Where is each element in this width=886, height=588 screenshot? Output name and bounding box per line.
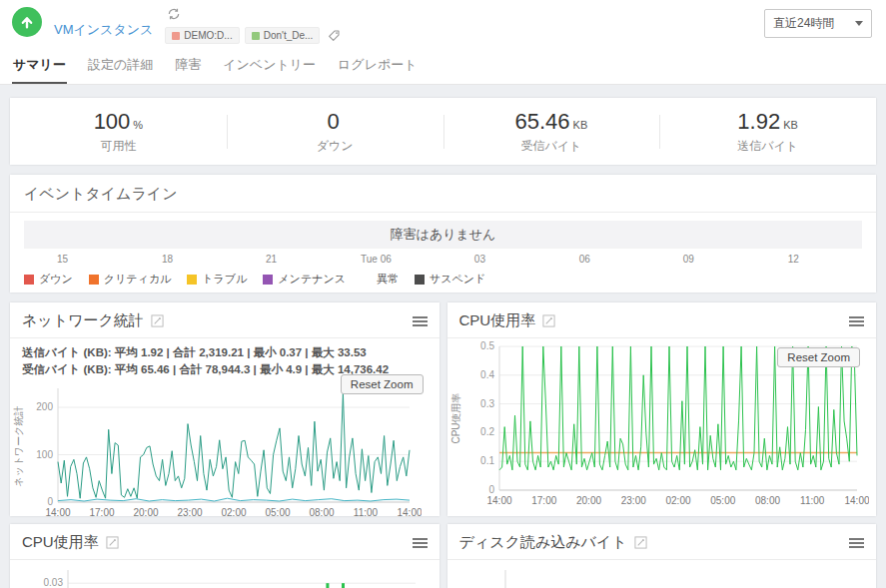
timeline-legend: ダウン クリティカル トラブル メンテナンス 異常 サスペンド	[24, 272, 862, 287]
reset-zoom-button[interactable]: Reset Zoom	[777, 347, 860, 367]
cpu-usage-card-bottom: CPU使用率 CPU使用率 0.030.020.010	[10, 524, 440, 588]
svg-text:11:00: 11:00	[354, 507, 379, 517]
legend-swatch	[187, 275, 197, 285]
tag-icon[interactable]	[328, 29, 341, 42]
stat-value: 0	[328, 109, 340, 134]
page-header: VMインスタンス DEMO:D... Don't_De...	[0, 0, 886, 85]
stat-unit: %	[133, 119, 143, 131]
svg-text:23:00: 23:00	[177, 507, 202, 517]
legend-maintenance: メンテナンス	[263, 272, 346, 287]
legend-down: ダウン	[24, 272, 73, 287]
axis-tick: 03	[474, 254, 485, 265]
legend-swatch	[362, 275, 372, 285]
tab-summary[interactable]: サマリー	[12, 50, 67, 84]
card-title: CPU使用率	[22, 533, 99, 552]
stat-label: ダウン	[227, 138, 443, 155]
svg-text:0.03: 0.03	[44, 577, 64, 588]
timeline-axis: 15 18 21 Tue 06 03 06 09 12	[24, 248, 862, 267]
hamburger-menu-icon[interactable]	[849, 316, 864, 326]
svg-text:08:00: 08:00	[754, 495, 779, 506]
cpu-usage-chart-bottom[interactable]: CPU使用率 0.030.020.010	[10, 560, 440, 588]
tab-bar: サマリー 設定の詳細 障害 インベントリー ログレポート	[12, 50, 874, 84]
hamburger-menu-icon[interactable]	[413, 538, 428, 548]
tab-faults[interactable]: 障害	[174, 50, 202, 84]
edit-chart-icon[interactable]	[106, 536, 119, 549]
stat-value: 65.46	[515, 109, 570, 134]
axis-tick: 12	[788, 254, 799, 265]
no-alarms-message: 障害はありません	[24, 221, 862, 248]
time-range-select[interactable]: 直近24時間	[764, 9, 872, 38]
svg-text:0.2: 0.2	[480, 426, 494, 437]
svg-text:14:00: 14:00	[486, 495, 511, 506]
card-title: ネットワーク統計	[22, 311, 144, 330]
card-title: ディスク読み込みバイト	[459, 533, 627, 552]
hamburger-menu-icon[interactable]	[413, 316, 428, 326]
legend-label: クリティカル	[104, 272, 172, 287]
sent-bytes-stats: 送信バイト (KB): 平均 1.92 | 合計 2,319.21 | 最小 0…	[22, 344, 428, 361]
disk-read-chart[interactable]: 読み込みバイト 0.040.020	[447, 560, 877, 588]
stat-label: 送信バイト	[659, 138, 876, 155]
chevron-down-icon	[855, 21, 863, 26]
svg-text:11:00: 11:00	[800, 495, 825, 506]
axis-tick: 09	[683, 254, 694, 265]
svg-text:05:00: 05:00	[265, 507, 290, 517]
network-chart[interactable]: ネットワーク統計 010020014:0017:0020:0023:0002:0…	[10, 380, 440, 517]
svg-text:0: 0	[488, 484, 494, 495]
axis-tick: 21	[266, 254, 277, 265]
stat-rx-bytes: 65.46KB 受信バイト	[443, 109, 660, 155]
tag-label: Don't_De...	[264, 30, 314, 41]
device-status-icon	[12, 7, 42, 37]
refresh-icon[interactable]	[167, 7, 341, 25]
legend-swatch	[415, 275, 425, 285]
legend-label: ダウン	[39, 272, 73, 287]
legend-label: トラブル	[202, 272, 247, 287]
stat-unit: KB	[573, 119, 588, 131]
svg-text:0.4: 0.4	[480, 369, 494, 380]
cpu-usage-card-top: CPU使用率 CPU使用率 00.10.20.30.40.514:0017:00…	[447, 302, 877, 516]
stat-tx-bytes: 1.92KB 送信バイト	[659, 109, 876, 155]
edit-chart-icon[interactable]	[634, 536, 647, 549]
arrow-up-icon	[18, 13, 36, 31]
svg-text:20:00: 20:00	[133, 507, 158, 517]
legend-abnormal: 異常	[362, 272, 399, 287]
legend-trouble: トラブル	[187, 272, 247, 287]
tag-color-swatch	[172, 32, 180, 40]
stat-down: 0 ダウン	[227, 109, 443, 155]
svg-text:17:00: 17:00	[89, 507, 114, 517]
tag-dont-delete[interactable]: Don't_De...	[245, 27, 321, 44]
svg-text:08:00: 08:00	[309, 507, 334, 517]
legend-label: 異常	[377, 272, 399, 287]
reset-zoom-button[interactable]: Reset Zoom	[341, 374, 424, 394]
edit-chart-icon[interactable]	[151, 314, 164, 327]
tag-color-swatch	[252, 32, 260, 40]
legend-critical: クリティカル	[89, 272, 172, 287]
svg-text:05:00: 05:00	[710, 495, 735, 506]
summary-stats-card: 100% 可用性 0 ダウン 65.46KB 受信バイト 1.92KB 送信バイ…	[10, 98, 876, 165]
svg-text:17:00: 17:00	[531, 495, 556, 506]
event-timeline-card: イベントタイムライン 障害はありません 15 18 21 Tue 06 03 0…	[10, 175, 876, 293]
device-name-link[interactable]: VMインスタンス	[54, 21, 153, 39]
y-axis-label: ネットワーク統計	[12, 405, 26, 486]
svg-text:200: 200	[36, 401, 53, 412]
svg-text:02:00: 02:00	[221, 507, 246, 517]
tag-demo[interactable]: DEMO:D...	[165, 27, 239, 44]
legend-suspend: サスペンド	[415, 272, 485, 287]
svg-text:100: 100	[36, 448, 53, 459]
tab-inventory[interactable]: インベントリー	[222, 50, 317, 84]
stat-unit: KB	[783, 119, 798, 131]
disk-read-bytes-card: ディスク読み込みバイト 読み込みバイト 0.040.020	[447, 524, 877, 588]
legend-swatch	[24, 275, 34, 285]
tab-log-report[interactable]: ログレポート	[337, 50, 419, 84]
legend-swatch	[89, 275, 99, 285]
stat-value: 100	[94, 109, 131, 134]
svg-text:0.3: 0.3	[480, 398, 494, 409]
svg-text:20:00: 20:00	[575, 495, 600, 506]
hamburger-menu-icon[interactable]	[849, 538, 864, 548]
tab-config-details[interactable]: 設定の詳細	[87, 50, 154, 84]
time-range-value: 直近24時間	[773, 15, 834, 32]
legend-label: サスペンド	[430, 272, 485, 287]
svg-text:14:00: 14:00	[397, 507, 422, 517]
edit-chart-icon[interactable]	[542, 314, 555, 327]
axis-tick: 06	[579, 254, 590, 265]
y-axis-label: CPU使用率	[449, 392, 463, 443]
